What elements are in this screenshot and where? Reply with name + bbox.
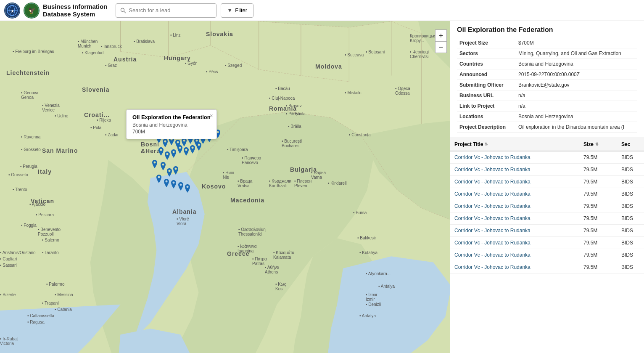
detail-row: Submitting Officer BrankovicE@state.gov (457, 80, 637, 90)
marker-12[interactable] (170, 149, 177, 158)
popup-country: Bosnia and Herzegovina (132, 122, 211, 128)
marker-25[interactable] (184, 184, 191, 193)
marker-21[interactable] (156, 175, 162, 183)
detail-row: Countries Bosnia and Herzegovina (457, 59, 637, 69)
marker-16[interactable] (195, 142, 202, 151)
list-item[interactable]: Corridor Vc - Johovac to Rudanka 79.5M B… (450, 151, 644, 164)
logo-secondary: 🦅 (24, 3, 40, 19)
detail-row: Locations Bosnia and Herzegovina (457, 111, 637, 122)
detail-table: Project Size $700M Sectors Mining, Quarr… (457, 38, 637, 133)
marker-22[interactable] (163, 179, 170, 187)
list-item-sec: BIDS (619, 225, 644, 236)
detail-label: Countries (457, 59, 516, 69)
list-item-sec: BIDS (619, 164, 644, 175)
detail-title: Oil Exploration the Federation (457, 26, 637, 34)
list-item-size: 79.5M (581, 151, 619, 163)
detail-value: $700M (516, 38, 637, 48)
marker-18[interactable] (160, 162, 166, 170)
search-box[interactable] (116, 3, 216, 18)
list-item-size: 79.5M (581, 188, 619, 200)
zoom-out-button[interactable]: − (435, 41, 447, 53)
sort-title-icon: ⇅ (485, 142, 488, 146)
marker-2[interactable] (162, 139, 169, 147)
detail-label: Link to Project (457, 101, 516, 111)
list-item-sec: BIDS (619, 212, 644, 224)
detail-value: Bosnia and Herzegovina (516, 111, 637, 122)
detail-label: Business URL (457, 90, 516, 101)
detail-row: Business URL n/a (457, 90, 637, 101)
list-item-size: 79.5M (581, 176, 619, 188)
filter-icon: ▼ (227, 7, 232, 13)
marker-17[interactable] (151, 160, 158, 168)
detail-row: Link to Project n/a (457, 101, 637, 111)
marker-13[interactable] (177, 145, 183, 154)
marker-15[interactable] (189, 145, 196, 154)
popup-title: Oil Exploration the Federation (132, 114, 211, 120)
list-item[interactable]: Corridor Vc - Johovac to Rudanka 79.5M B… (450, 249, 644, 261)
search-icon (120, 8, 126, 13)
marker-10[interactable] (158, 147, 164, 156)
col-header-size[interactable]: Size ⇅ (581, 138, 619, 151)
detail-label: Submitting Officer (457, 80, 516, 90)
detail-row: Project Size $700M (457, 38, 637, 48)
detail-value: Oil exploration in the Dinardoa mountain… (516, 122, 637, 133)
list-item[interactable]: Corridor Vc - Johovac to Rudanka 79.5M B… (450, 212, 644, 225)
detail-label: Project Size (457, 38, 516, 48)
detail-label: Project Description (457, 122, 516, 133)
map-popup: × Oil Exploration the Federation Bosnia … (126, 109, 217, 139)
sort-size-icon: ⇅ (595, 142, 599, 146)
list-item-size: 79.5M (581, 249, 619, 261)
list-item[interactable]: Corridor Vc - Johovac to Rudanka 79.5M B… (450, 188, 644, 200)
search-input[interactable] (129, 7, 212, 13)
list-panel: Project Title ⇅ Size ⇅ Sec Corridor Vc -… (450, 138, 644, 353)
detail-label: Announced (457, 69, 516, 80)
right-panel: Oil Exploration the Federation Project S… (450, 21, 644, 353)
svg-text:★: ★ (11, 9, 14, 13)
list-item-size: 79.5M (581, 212, 619, 224)
list-item[interactable]: Corridor Vc - Johovac to Rudanka 79.5M B… (450, 176, 644, 188)
list-item[interactable]: Corridor Vc - Johovac to Rudanka 79.5M B… (450, 225, 644, 237)
list-item-title: Corridor Vc - Johovac to Rudanka (450, 237, 581, 249)
zoom-controls: + − (435, 29, 447, 53)
col-header-sec[interactable]: Sec (619, 138, 644, 151)
zoom-in-button[interactable]: + (435, 29, 447, 41)
list-item-title: Corridor Vc - Johovac to Rudanka (450, 212, 581, 224)
app-title: Business InformationDatabase System (43, 3, 107, 18)
detail-label: Sectors (457, 48, 516, 59)
list-item-size: 79.5M (581, 237, 619, 249)
list-rows: Corridor Vc - Johovac to Rudanka 79.5M B… (450, 151, 644, 273)
detail-row: Sectors Mining, Quarrying, and Oil and G… (457, 48, 637, 59)
list-item-title: Corridor Vc - Johovac to Rudanka (450, 151, 581, 163)
detail-value: 2015-09-22T00:00:00.000Z (516, 69, 637, 80)
marker-11[interactable] (164, 151, 171, 160)
list-item-size: 79.5M (581, 261, 619, 273)
detail-label: Locations (457, 111, 516, 122)
filter-button[interactable]: ▼ Filter (221, 3, 253, 18)
list-item[interactable]: Corridor Vc - Johovac to Rudanka 79.5M B… (450, 164, 644, 176)
list-item-size: 79.5M (581, 200, 619, 212)
detail-row: Project Description Oil exploration in t… (457, 122, 637, 133)
list-item[interactable]: Corridor Vc - Johovac to Rudanka 79.5M B… (450, 200, 644, 212)
list-item-sec: BIDS (619, 188, 644, 200)
marker-23[interactable] (170, 180, 177, 188)
marker-19[interactable] (166, 168, 173, 177)
marker-24[interactable] (177, 182, 184, 191)
svg-point-7 (121, 8, 124, 11)
list-item-sec: BIDS (619, 249, 644, 261)
list-item[interactable]: Corridor Vc - Johovac to Rudanka 79.5M B… (450, 237, 644, 249)
popup-close-button[interactable]: × (209, 112, 213, 119)
list-item-title: Corridor Vc - Johovac to Rudanka (450, 164, 581, 175)
detail-value: n/a (516, 90, 637, 101)
svg-text:🦅: 🦅 (28, 7, 36, 14)
list-item-title: Corridor Vc - Johovac to Rudanka (450, 261, 581, 273)
col-header-title[interactable]: Project Title ⇅ (450, 138, 581, 151)
list-item-size: 79.5M (581, 225, 619, 236)
list-item-sec: BIDS (619, 261, 644, 273)
list-header: Project Title ⇅ Size ⇅ Sec (450, 138, 644, 151)
list-item[interactable]: Corridor Vc - Johovac to Rudanka 79.5M B… (450, 261, 644, 273)
list-item-sec: BIDS (619, 176, 644, 188)
marker-14[interactable] (183, 147, 190, 156)
list-item-size: 79.5M (581, 164, 619, 175)
marker-20[interactable] (172, 166, 179, 175)
filter-label: Filter (235, 7, 247, 13)
